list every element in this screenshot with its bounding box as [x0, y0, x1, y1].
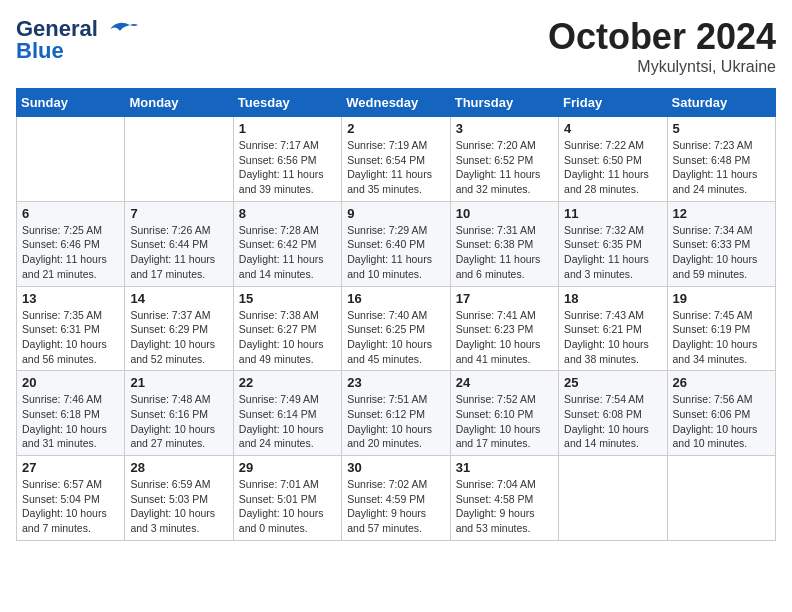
calendar-cell: 12Sunrise: 7:34 AM Sunset: 6:33 PM Dayli…	[667, 201, 775, 286]
day-number: 11	[564, 206, 661, 221]
weekday-tuesday: Tuesday	[233, 89, 341, 117]
day-detail: Sunrise: 7:17 AM Sunset: 6:56 PM Dayligh…	[239, 138, 336, 197]
calendar-cell	[667, 456, 775, 541]
weekday-wednesday: Wednesday	[342, 89, 450, 117]
weekday-sunday: Sunday	[17, 89, 125, 117]
calendar-week-3: 13Sunrise: 7:35 AM Sunset: 6:31 PM Dayli…	[17, 286, 776, 371]
calendar-cell: 23Sunrise: 7:51 AM Sunset: 6:12 PM Dayli…	[342, 371, 450, 456]
day-detail: Sunrise: 7:45 AM Sunset: 6:19 PM Dayligh…	[673, 308, 770, 367]
day-detail: Sunrise: 7:31 AM Sunset: 6:38 PM Dayligh…	[456, 223, 553, 282]
day-detail: Sunrise: 7:40 AM Sunset: 6:25 PM Dayligh…	[347, 308, 444, 367]
day-number: 4	[564, 121, 661, 136]
calendar-table: SundayMondayTuesdayWednesdayThursdayFrid…	[16, 88, 776, 541]
day-number: 31	[456, 460, 553, 475]
calendar-cell: 8Sunrise: 7:28 AM Sunset: 6:42 PM Daylig…	[233, 201, 341, 286]
calendar-cell: 24Sunrise: 7:52 AM Sunset: 6:10 PM Dayli…	[450, 371, 558, 456]
day-detail: Sunrise: 7:23 AM Sunset: 6:48 PM Dayligh…	[673, 138, 770, 197]
day-number: 22	[239, 375, 336, 390]
day-detail: Sunrise: 6:59 AM Sunset: 5:03 PM Dayligh…	[130, 477, 227, 536]
day-detail: Sunrise: 7:26 AM Sunset: 6:44 PM Dayligh…	[130, 223, 227, 282]
day-detail: Sunrise: 7:20 AM Sunset: 6:52 PM Dayligh…	[456, 138, 553, 197]
day-number: 6	[22, 206, 119, 221]
day-number: 17	[456, 291, 553, 306]
day-detail: Sunrise: 7:54 AM Sunset: 6:08 PM Dayligh…	[564, 392, 661, 451]
day-number: 9	[347, 206, 444, 221]
day-detail: Sunrise: 7:34 AM Sunset: 6:33 PM Dayligh…	[673, 223, 770, 282]
calendar-cell: 19Sunrise: 7:45 AM Sunset: 6:19 PM Dayli…	[667, 286, 775, 371]
logo: General Blue	[16, 16, 138, 64]
calendar-cell: 2Sunrise: 7:19 AM Sunset: 6:54 PM Daylig…	[342, 117, 450, 202]
calendar-cell: 9Sunrise: 7:29 AM Sunset: 6:40 PM Daylig…	[342, 201, 450, 286]
calendar-week-1: 1Sunrise: 7:17 AM Sunset: 6:56 PM Daylig…	[17, 117, 776, 202]
day-number: 26	[673, 375, 770, 390]
day-number: 12	[673, 206, 770, 221]
day-detail: Sunrise: 7:22 AM Sunset: 6:50 PM Dayligh…	[564, 138, 661, 197]
location-subtitle: Mykulyntsi, Ukraine	[548, 58, 776, 76]
calendar-cell: 3Sunrise: 7:20 AM Sunset: 6:52 PM Daylig…	[450, 117, 558, 202]
calendar-cell: 17Sunrise: 7:41 AM Sunset: 6:23 PM Dayli…	[450, 286, 558, 371]
day-detail: Sunrise: 7:48 AM Sunset: 6:16 PM Dayligh…	[130, 392, 227, 451]
calendar-cell: 20Sunrise: 7:46 AM Sunset: 6:18 PM Dayli…	[17, 371, 125, 456]
calendar-cell: 14Sunrise: 7:37 AM Sunset: 6:29 PM Dayli…	[125, 286, 233, 371]
day-detail: Sunrise: 7:25 AM Sunset: 6:46 PM Dayligh…	[22, 223, 119, 282]
day-number: 21	[130, 375, 227, 390]
day-number: 13	[22, 291, 119, 306]
calendar-cell: 21Sunrise: 7:48 AM Sunset: 6:16 PM Dayli…	[125, 371, 233, 456]
calendar-cell: 15Sunrise: 7:38 AM Sunset: 6:27 PM Dayli…	[233, 286, 341, 371]
day-number: 19	[673, 291, 770, 306]
day-detail: Sunrise: 7:49 AM Sunset: 6:14 PM Dayligh…	[239, 392, 336, 451]
calendar-cell: 26Sunrise: 7:56 AM Sunset: 6:06 PM Dayli…	[667, 371, 775, 456]
day-detail: Sunrise: 7:28 AM Sunset: 6:42 PM Dayligh…	[239, 223, 336, 282]
weekday-monday: Monday	[125, 89, 233, 117]
day-detail: Sunrise: 7:37 AM Sunset: 6:29 PM Dayligh…	[130, 308, 227, 367]
day-detail: Sunrise: 7:19 AM Sunset: 6:54 PM Dayligh…	[347, 138, 444, 197]
day-detail: Sunrise: 7:56 AM Sunset: 6:06 PM Dayligh…	[673, 392, 770, 451]
weekday-thursday: Thursday	[450, 89, 558, 117]
day-number: 14	[130, 291, 227, 306]
day-number: 3	[456, 121, 553, 136]
calendar-cell	[559, 456, 667, 541]
calendar-week-2: 6Sunrise: 7:25 AM Sunset: 6:46 PM Daylig…	[17, 201, 776, 286]
day-detail: Sunrise: 6:57 AM Sunset: 5:04 PM Dayligh…	[22, 477, 119, 536]
calendar-week-5: 27Sunrise: 6:57 AM Sunset: 5:04 PM Dayli…	[17, 456, 776, 541]
weekday-header-row: SundayMondayTuesdayWednesdayThursdayFrid…	[17, 89, 776, 117]
day-detail: Sunrise: 7:32 AM Sunset: 6:35 PM Dayligh…	[564, 223, 661, 282]
day-detail: Sunrise: 7:04 AM Sunset: 4:58 PM Dayligh…	[456, 477, 553, 536]
weekday-saturday: Saturday	[667, 89, 775, 117]
day-number: 16	[347, 291, 444, 306]
calendar-cell	[17, 117, 125, 202]
day-number: 30	[347, 460, 444, 475]
day-detail: Sunrise: 7:02 AM Sunset: 4:59 PM Dayligh…	[347, 477, 444, 536]
weekday-friday: Friday	[559, 89, 667, 117]
day-number: 25	[564, 375, 661, 390]
day-detail: Sunrise: 7:35 AM Sunset: 6:31 PM Dayligh…	[22, 308, 119, 367]
calendar-cell: 31Sunrise: 7:04 AM Sunset: 4:58 PM Dayli…	[450, 456, 558, 541]
calendar-cell: 22Sunrise: 7:49 AM Sunset: 6:14 PM Dayli…	[233, 371, 341, 456]
calendar-cell: 11Sunrise: 7:32 AM Sunset: 6:35 PM Dayli…	[559, 201, 667, 286]
day-number: 27	[22, 460, 119, 475]
title-block: October 2024 Mykulyntsi, Ukraine	[548, 16, 776, 76]
calendar-body: 1Sunrise: 7:17 AM Sunset: 6:56 PM Daylig…	[17, 117, 776, 541]
page-header: General Blue October 2024 Mykulyntsi, Uk…	[16, 16, 776, 76]
calendar-cell: 28Sunrise: 6:59 AM Sunset: 5:03 PM Dayli…	[125, 456, 233, 541]
day-number: 28	[130, 460, 227, 475]
calendar-week-4: 20Sunrise: 7:46 AM Sunset: 6:18 PM Dayli…	[17, 371, 776, 456]
day-detail: Sunrise: 7:01 AM Sunset: 5:01 PM Dayligh…	[239, 477, 336, 536]
day-number: 2	[347, 121, 444, 136]
logo-blue: Blue	[16, 38, 64, 64]
day-detail: Sunrise: 7:38 AM Sunset: 6:27 PM Dayligh…	[239, 308, 336, 367]
calendar-cell: 10Sunrise: 7:31 AM Sunset: 6:38 PM Dayli…	[450, 201, 558, 286]
day-number: 23	[347, 375, 444, 390]
month-title: October 2024	[548, 16, 776, 58]
day-detail: Sunrise: 7:43 AM Sunset: 6:21 PM Dayligh…	[564, 308, 661, 367]
day-number: 24	[456, 375, 553, 390]
calendar-cell: 16Sunrise: 7:40 AM Sunset: 6:25 PM Dayli…	[342, 286, 450, 371]
day-number: 7	[130, 206, 227, 221]
day-detail: Sunrise: 7:46 AM Sunset: 6:18 PM Dayligh…	[22, 392, 119, 451]
day-number: 20	[22, 375, 119, 390]
logo-bird-icon	[102, 17, 138, 41]
day-number: 10	[456, 206, 553, 221]
day-number: 1	[239, 121, 336, 136]
day-number: 15	[239, 291, 336, 306]
calendar-cell: 7Sunrise: 7:26 AM Sunset: 6:44 PM Daylig…	[125, 201, 233, 286]
